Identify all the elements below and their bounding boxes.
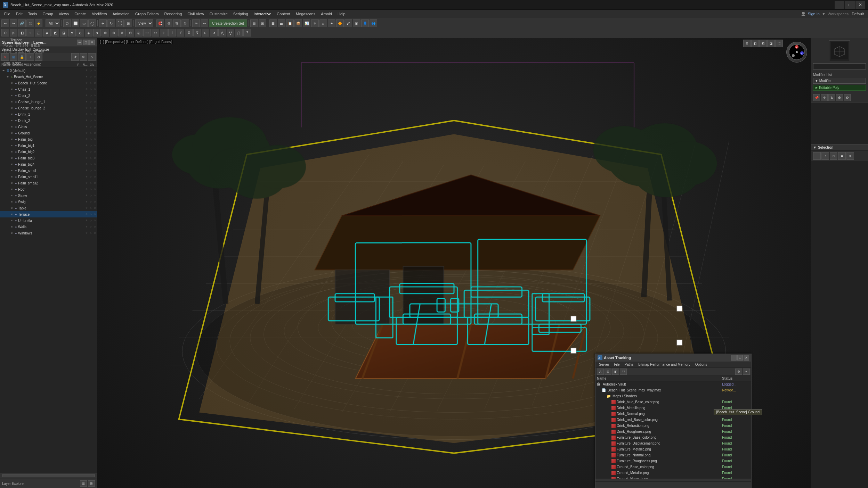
se-eye-chair_2[interactable]: 👁 [10,93,14,98]
at-scrollbar[interactable] [595,479,751,481]
at-min-btn[interactable]: ─ [731,355,737,361]
cloth-btn[interactable]: 🔶 [336,19,344,27]
crowd-btn[interactable]: 👥 [370,19,377,27]
rp-delete-btn[interactable]: 🗑 [836,94,843,101]
se-item-chaise_lounge_1[interactable]: 👁●Chaise_lounge_1❄▷⊙ [0,99,97,105]
align-btn[interactable]: ⊟ [250,19,258,27]
maximize-button[interactable]: □ [845,1,855,9]
at-item-furniture_base[interactable]: Furniture_Base_color.pngFound [595,435,751,440]
se-eye-palm_small[interactable]: 👁 [10,168,14,173]
se-eye-palm_big4[interactable]: 👁 [10,162,14,166]
at-item-ground_metallic[interactable]: Ground_Metallic.pngFound [595,470,751,476]
extra8-btn[interactable]: ⊷ [152,29,159,36]
sel-vertex-btn[interactable]: · [813,152,821,160]
ribbon2-btn[interactable]: ▣ [353,19,360,27]
snap-btn[interactable]: 🧲 [156,19,164,27]
se-close-btn[interactable]: ✕ [89,40,95,45]
extra5-btn[interactable]: ⊘ [127,29,134,36]
extra16-btn[interactable]: ⋀ [218,29,226,36]
rp-object-name[interactable]: Terrace [813,63,866,69]
se-item-palm_big4[interactable]: 👁●Palm_big4❄▷⊙ [0,161,97,167]
at-item-furniture_displacement[interactable]: Furniture_Displacement.pngFound [595,440,751,446]
se-item-beach_hut_scene_group[interactable]: 👁▷Beach_Hut_Scene❄▷⊙ [0,74,97,80]
se-eye-terrace[interactable]: 👁 [10,212,14,216]
signin-dropdown[interactable]: ▼ [822,12,826,16]
at-item-drink_blue_base[interactable]: Drink_blue_Base_color.pngFound [595,399,751,405]
se-eye-palm_big2[interactable]: 👁 [10,150,14,154]
angle-snap-btn[interactable]: ⚙ [165,19,172,27]
vp-tool-4[interactable]: ◪ [767,40,775,47]
populate-btn[interactable]: 👤 [361,19,369,27]
se-eye-straw[interactable]: 👁 [10,193,14,198]
se-scrollbar-track[interactable] [2,474,95,477]
vr-btn[interactable]: ◈ [85,29,92,36]
at-item-furniture_normal[interactable]: Furniture_Normal.pngFound [595,452,751,458]
extra1-btn[interactable]: ⬗ [93,29,101,36]
se-eye-palm_big1[interactable]: 👁 [10,143,14,148]
reactor-btn[interactable]: ⚛ [311,19,319,27]
se-eye-glass[interactable]: 👁 [10,125,14,129]
select-object-btn[interactable]: ⬡ [63,19,71,27]
se-col-f[interactable]: F [75,63,82,66]
at-item-ground_normal[interactable]: Ground_Normal.pngFound [595,476,751,479]
se-eye-beach_hut_scene_group[interactable]: 👁 [6,75,10,79]
extra19-btn[interactable]: ? [243,29,251,36]
menu-customize[interactable]: Customize [207,10,230,18]
editable-poly-modifier[interactable]: ▶ Editable Poly [813,85,866,91]
se-item-palm_small1[interactable]: 👁●Palm_small1❄▷⊙ [0,174,97,180]
se-item-table[interactable]: 👁●Table❄▷⊙ [0,205,97,211]
menu-graph-editors[interactable]: Graph Editors [132,10,162,18]
se-eye-umbrella[interactable]: 👁 [10,218,14,223]
scene-states-btn[interactable]: ⊙ [1,29,9,36]
vp-tool-5[interactable]: ⬚ [775,40,783,47]
se-eye-table[interactable]: 👁 [10,206,14,210]
at-tb-6[interactable]: + [743,369,750,375]
at-tb-1[interactable]: A [597,369,604,375]
se-min-btn[interactable]: ─ [77,40,82,45]
se-eye-swig[interactable]: 👁 [10,200,14,204]
container-btn[interactable]: 📦 [294,19,302,27]
scale2-btn[interactable]: ⊞ [124,19,132,27]
se-eye-drink_1[interactable]: 👁 [10,112,14,116]
extra15-btn[interactable]: ⊿ [210,29,218,36]
se-item-palm_small[interactable]: 👁●Palm_small❄▷⊙ [0,167,97,174]
redo-btn[interactable]: ↪ [10,19,17,27]
dynamics-btn[interactable]: ⌂ [319,19,327,27]
move-btn[interactable]: ✛ [99,19,107,27]
at-col-name[interactable]: Name [597,377,722,380]
se-eye-layer_default[interactable]: 👁 [1,68,6,73]
se-eye-beach_hut_scene_mesh[interactable]: 👁 [10,81,14,85]
menu-animation[interactable]: Animation [110,10,132,18]
at-item-ground_base[interactable]: Ground_Base_color.pngFound [595,464,751,470]
at-tb-2[interactable]: ⊞ [605,369,611,375]
render-preview-btn[interactable]: ⬙ [43,29,51,36]
se-item-chair_2[interactable]: 👁●Chair_2❄▷⊙ [0,92,97,99]
se-item-windows[interactable]: 👁●Windows❄▷⊙ [0,230,97,236]
se-eye-chaise_lounge_1[interactable]: 👁 [10,100,14,104]
se-close-x-btn[interactable]: ✕ [1,53,9,61]
se-item-drink_1[interactable]: 👁●Drink_1❄▷⊙ [0,111,97,117]
bind-btn[interactable]: ⚡ [35,19,42,27]
at-tb-5[interactable]: ⚙ [735,369,742,375]
at-item-drink_refraction[interactable]: Drink_Refraction.pngFound [595,423,751,429]
paint-btn[interactable]: 🖌 [344,19,352,27]
se-eye-palm_small1[interactable]: 👁 [10,175,14,179]
menu-file[interactable]: File [1,10,13,18]
at-item-furniture_roughness[interactable]: Furniture_Roughness.pngFound [595,458,751,464]
minimize-button[interactable]: ─ [835,1,844,9]
se-eye-walls[interactable]: 👁 [10,225,14,229]
se-eye-palm_small2[interactable]: 👁 [10,181,14,185]
at-item-furniture_metallic[interactable]: Furniture_Metallic.pngFound [595,446,751,452]
se-eye-ground[interactable]: 👁 [10,131,14,135]
rp-rotate-btn[interactable]: ↻ [828,94,835,101]
sel-element-btn[interactable]: ⊞ [846,152,854,160]
rp-move-btn[interactable]: ✛ [821,94,828,101]
menu-edit[interactable]: Edit [13,10,25,18]
render-msg-btn[interactable]: ⬘ [68,29,76,36]
se-settings-btn[interactable]: ⚙ [35,53,42,61]
at-menu-bitmap[interactable]: Bitmap Performance and Memory [636,362,692,367]
sel-border-btn[interactable]: □ [830,152,837,160]
xref-btn[interactable]: 📋 [286,19,294,27]
menu-help[interactable]: Help [335,10,348,18]
se-layer-btn[interactable]: ⊞ [10,53,17,61]
